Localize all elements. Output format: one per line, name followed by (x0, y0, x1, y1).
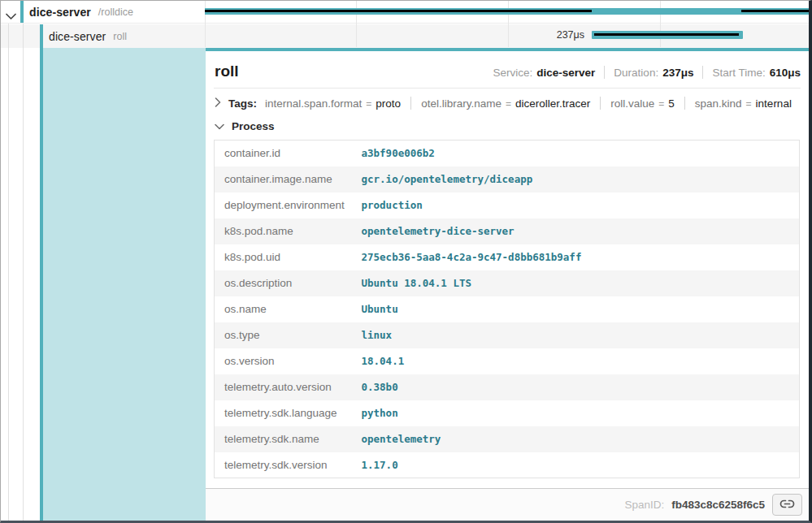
kv-value: Ubuntu 18.04.1 LTS (362, 270, 800, 296)
kv-key: k8s.pod.name (215, 218, 362, 244)
kv-key: os.type (215, 322, 362, 348)
kv-key: container.image.name (215, 166, 362, 192)
tag-equals: = (506, 98, 511, 110)
span-detail-header: roll Service: dice-server Duration: 237μ… (206, 51, 809, 88)
table-row: os.typelinux (215, 322, 800, 348)
kv-key: os.description (215, 270, 362, 296)
process-kv-table: container.ida3bf90e006b2 container.image… (214, 140, 800, 478)
service-name: dice-server (29, 6, 91, 19)
kv-key: k8s.pod.uid (215, 244, 362, 270)
self-time-segment (205, 10, 592, 12)
table-row: os.descriptionUbuntu 18.04.1 LTS (215, 270, 800, 296)
tag-key: span.kind (695, 97, 742, 110)
table-row: telemetry.auto.version0.38b0 (215, 374, 800, 400)
divider (604, 66, 605, 79)
tag-equals: = (658, 98, 664, 110)
tag-item: roll.value = 5 (610, 97, 675, 110)
service-name: dice-server (49, 30, 106, 43)
table-row: telemetry.sdk.languagepython (215, 400, 800, 426)
kv-value: opentelemetry-dice-server (362, 218, 800, 244)
kv-value: Ubuntu (362, 296, 800, 322)
process-label: Process (232, 120, 275, 132)
kv-value: production (362, 192, 800, 218)
copy-link-button[interactable] (772, 494, 802, 516)
self-time-segment (741, 10, 809, 12)
trace-timeline-view: dice-server /rolldice dice-server roll 2… (0, 0, 812, 523)
kv-key: telemetry.sdk.name (215, 426, 362, 452)
divider (684, 97, 685, 110)
start-time-label: Start Time: (712, 67, 765, 79)
table-row: os.nameUbuntu (215, 296, 800, 322)
process-section-toggle[interactable]: Process (206, 115, 809, 140)
table-row: deployment.environmentproduction (215, 192, 800, 218)
kv-value: 18.04.1 (362, 348, 800, 374)
span-bar-rolldice[interactable] (205, 8, 809, 15)
chevron-right-icon (215, 97, 221, 110)
span-row-label: dice-server roll (49, 24, 127, 48)
tag-value: 5 (668, 97, 675, 110)
kv-key: os.version (215, 348, 362, 374)
duration-label: Duration: (614, 67, 658, 79)
kv-value: opentelemetry (362, 426, 800, 452)
tag-value: proto (376, 97, 401, 110)
span-row-label: dice-server /rolldice (29, 1, 133, 23)
spanid-label: SpanID: (624, 499, 664, 511)
service-color-stripe (40, 24, 43, 48)
indent-guide-line (8, 24, 9, 521)
indent-guide-line (23, 24, 24, 521)
span-duration-label: 237μs (454, 30, 584, 41)
service-value: dice-server (536, 67, 595, 79)
duration-value: 237μs (662, 67, 693, 79)
kv-key: telemetry.auto.version (215, 374, 362, 400)
tag-equals: = (746, 98, 752, 110)
link-icon (779, 499, 795, 512)
kv-value: linux (362, 322, 800, 348)
tag-value: internal (756, 97, 792, 110)
service-label: Service: (493, 67, 533, 79)
tags-section-toggle[interactable]: Tags: internal.span.format = proto otel.… (206, 89, 809, 115)
tag-key: internal.span.format (265, 97, 362, 110)
tag-value: diceroller.tracer (515, 97, 590, 110)
kv-key: os.name (215, 296, 362, 322)
table-row: k8s.pod.nameopentelemetry-dice-server (215, 218, 800, 244)
collapse-chevron-icon[interactable] (6, 9, 16, 24)
span-bar-roll[interactable] (592, 31, 743, 39)
table-row: container.image.namegcr.io/opentelemetry… (215, 166, 800, 192)
self-time-segment (594, 33, 739, 36)
kv-value: python (362, 400, 800, 426)
operation-name: roll (113, 31, 127, 42)
tag-key: otel.library.name (421, 97, 502, 110)
kv-key: telemetry.sdk.version (215, 452, 362, 478)
table-row: telemetry.sdk.nameopentelemetry (215, 426, 800, 452)
divider (600, 97, 601, 110)
tag-item: otel.library.name = diceroller.tracer (421, 97, 590, 110)
kv-value: 0.38b0 (362, 374, 800, 400)
kv-value: gcr.io/opentelemetry/diceapp (362, 166, 800, 192)
kv-value: 275ecb36-5aa8-4c2a-9c47-d8bb681b9aff (362, 244, 800, 270)
tag-item: span.kind = internal (695, 97, 792, 110)
tag-equals: = (366, 98, 371, 110)
kv-value: 1.17.0 (362, 452, 800, 478)
service-color-stripe (20, 1, 24, 23)
divider (410, 97, 411, 110)
tags-label: Tags: (228, 97, 257, 110)
divider (702, 66, 703, 79)
table-row: os.version18.04.1 (215, 348, 800, 374)
span-title: roll (215, 62, 239, 80)
span-overview: Service: dice-server Duration: 237μs Sta… (493, 66, 801, 80)
tag-item: internal.span.format = proto (265, 97, 401, 110)
span-detail-panel: roll Service: dice-server Duration: 237μ… (206, 48, 809, 521)
operation-name: /rolldice (98, 6, 133, 18)
kv-value: a3bf90e006b2 (362, 140, 800, 166)
span-detail-footer: SpanID: fb483c8c6258f6c5 (206, 488, 809, 521)
spanid-value: fb483c8c6258f6c5 (671, 499, 765, 511)
selected-span-highlight (40, 48, 206, 521)
kv-key: telemetry.sdk.language (215, 400, 362, 426)
table-row: telemetry.sdk.version1.17.0 (215, 452, 800, 478)
tag-key: roll.value (610, 97, 654, 110)
table-row: container.ida3bf90e006b2 (215, 140, 800, 166)
start-time-value: 610μs (770, 67, 801, 79)
table-row: k8s.pod.uid275ecb36-5aa8-4c2a-9c47-d8bb6… (215, 244, 800, 270)
kv-key: container.id (215, 140, 362, 166)
kv-key: deployment.environment (215, 192, 362, 218)
